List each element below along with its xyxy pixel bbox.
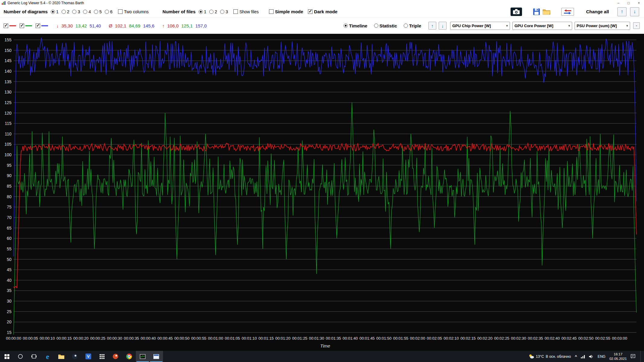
dark-mode-checkbox[interactable]: Dark mode bbox=[308, 9, 338, 14]
show-desktop-button[interactable] bbox=[640, 351, 642, 362]
y-axis-label: 150 bbox=[5, 48, 12, 53]
save-file-button[interactable] bbox=[533, 8, 540, 15]
series-2-checkbox-box[interactable] bbox=[20, 24, 24, 28]
collapse-button[interactable]: - bbox=[633, 22, 640, 29]
diagram-count-option-6-radio[interactable] bbox=[105, 10, 109, 14]
file-explorer-icon bbox=[58, 354, 64, 359]
change-all-down-button[interactable]: ↓ bbox=[630, 7, 639, 16]
file-count-option-3-radio[interactable] bbox=[220, 10, 224, 14]
file-count-option-1[interactable]: 1 bbox=[199, 9, 207, 14]
app-grid-button[interactable] bbox=[95, 351, 109, 362]
open-file-button[interactable] bbox=[543, 8, 550, 15]
diagram-count-option-6[interactable]: 6 bbox=[105, 9, 113, 14]
file-count-option-2[interactable]: 2 bbox=[209, 9, 217, 14]
series-3-toggle[interactable] bbox=[36, 24, 48, 28]
series-1-color-swatch bbox=[9, 25, 16, 26]
view-mode-triple[interactable]: Triple bbox=[404, 23, 421, 28]
floppy-disk-icon bbox=[533, 8, 540, 15]
camera-capture-button[interactable] bbox=[511, 8, 522, 16]
app-dark-circle-button[interactable] bbox=[68, 351, 82, 362]
view-mode-timeline[interactable]: Timeline bbox=[344, 23, 367, 28]
diagram-count-option-1-label: 1 bbox=[56, 9, 59, 14]
y-axis-label: 50 bbox=[7, 257, 11, 262]
diagram-count-option-2-radio[interactable] bbox=[62, 10, 66, 14]
x-axis-label: 00:02:25 bbox=[494, 336, 509, 341]
x-axis-label: 00:01:15 bbox=[258, 336, 274, 341]
log-viewer-window-button[interactable] bbox=[136, 351, 149, 362]
series-1-checkbox-box[interactable] bbox=[4, 24, 8, 28]
view-mode-timeline-label: Timeline bbox=[349, 23, 367, 28]
secondary-window-button[interactable] bbox=[149, 351, 163, 362]
chart-toolbar: ↓35,3013,4251,40Ø102,184,69145,6↑106,012… bbox=[0, 17, 644, 34]
maximize-button[interactable]: □ bbox=[623, 0, 634, 6]
diagram-count-option-4[interactable]: 4 bbox=[83, 9, 91, 14]
stat-avg-group: Ø102,184,69145,6 bbox=[109, 23, 154, 28]
stat-avg-value-3: 145,6 bbox=[143, 23, 155, 28]
x-axis-label: 00:02:45 bbox=[561, 336, 577, 341]
timeline-chart[interactable]: 1520253035404550556065707580859095100105… bbox=[0, 34, 644, 351]
number-of-files-label: Number of files bbox=[162, 9, 195, 14]
y-axis-label: 125 bbox=[5, 100, 12, 105]
show-files-checkbox-box[interactable] bbox=[233, 9, 238, 14]
view-mode-timeline-radio[interactable] bbox=[344, 24, 348, 28]
series-2-toggle[interactable] bbox=[20, 24, 32, 28]
series-1-toggle[interactable] bbox=[4, 24, 16, 28]
x-axis-label: 00:01:40 bbox=[343, 336, 358, 341]
task-view-icon bbox=[31, 354, 37, 359]
minimize-button[interactable]: – bbox=[613, 0, 623, 6]
window-title: Generic Log Viewer 5.4 - © 2020 Thomas B… bbox=[8, 1, 84, 5]
app-orange-circle-button[interactable] bbox=[109, 351, 122, 362]
channel-selector-2[interactable]: GPU Core Power [W]▾ bbox=[512, 22, 572, 30]
network-icon[interactable] bbox=[581, 355, 585, 358]
dark-mode-checkbox-box[interactable] bbox=[308, 9, 312, 14]
weather-widget[interactable]: 13°C В осн. облачно bbox=[529, 354, 571, 359]
volume-icon[interactable] bbox=[589, 355, 594, 358]
number-of-diagrams-label: Number of diagrams bbox=[4, 9, 48, 14]
diagram-count-option-1[interactable]: 1 bbox=[51, 9, 59, 14]
move-series-down-button[interactable]: ↓ bbox=[439, 22, 447, 30]
secondary-window-icon bbox=[153, 354, 159, 359]
channel-selector-1[interactable]: GPU Chip Power [W]▾ bbox=[450, 22, 510, 30]
app-v-tile-button[interactable]: V bbox=[82, 351, 95, 362]
x-axis-label: 00:01:20 bbox=[275, 336, 291, 341]
view-mode-statistic[interactable]: Statistic bbox=[374, 23, 397, 28]
simple-mode-checkbox-box[interactable] bbox=[269, 9, 274, 14]
file-count-option-2-radio[interactable] bbox=[209, 10, 213, 14]
gridlines bbox=[14, 40, 636, 332]
edge-browser-button[interactable]: e bbox=[41, 351, 54, 362]
diagram-count-option-5-radio[interactable] bbox=[94, 10, 98, 14]
main-toolbar: Number of diagrams 123456 Two columns Nu… bbox=[0, 6, 644, 17]
close-button[interactable]: × bbox=[634, 0, 644, 6]
file-explorer-button[interactable] bbox=[54, 351, 68, 362]
action-center-icon[interactable] bbox=[631, 354, 635, 359]
file-count-option-1-radio[interactable] bbox=[199, 10, 203, 14]
series-3-checkbox-box[interactable] bbox=[36, 24, 40, 28]
diagram-count-option-4-label: 4 bbox=[88, 9, 91, 14]
start-button[interactable] bbox=[0, 351, 14, 362]
two-columns-checkbox-box[interactable] bbox=[118, 9, 123, 14]
task-view-button[interactable] bbox=[27, 351, 41, 362]
show-files-checkbox[interactable]: Show files bbox=[233, 9, 259, 14]
diagram-count-option-3[interactable]: 3 bbox=[72, 9, 80, 14]
chevron-down-icon: ▾ bbox=[506, 24, 508, 28]
channel-selector-3[interactable]: PSU Power (sum) [W]▾ bbox=[575, 22, 630, 30]
language-indicator[interactable]: ENG bbox=[598, 354, 605, 359]
view-mode-triple-radio[interactable] bbox=[404, 24, 408, 28]
clock-widget[interactable]: 16:17 02.05.2021 bbox=[609, 352, 627, 361]
diagram-count-option-4-radio[interactable] bbox=[83, 10, 87, 14]
change-all-up-button[interactable]: ↑ bbox=[617, 7, 626, 16]
diagram-count-option-5[interactable]: 5 bbox=[94, 9, 102, 14]
two-columns-checkbox[interactable]: Two columns bbox=[118, 9, 149, 14]
chrome-browser-button[interactable] bbox=[122, 351, 136, 362]
move-series-up-button[interactable]: ↑ bbox=[428, 22, 436, 30]
simple-mode-checkbox[interactable]: Simple mode bbox=[269, 9, 303, 14]
refresh-files-button[interactable] bbox=[561, 8, 574, 16]
hidden-icons-chevron[interactable]: ^ bbox=[575, 354, 577, 359]
x-axis-label: 00:00:20 bbox=[73, 336, 89, 341]
diagram-count-option-3-radio[interactable] bbox=[72, 10, 76, 14]
diagram-count-option-2[interactable]: 2 bbox=[62, 9, 69, 14]
file-count-option-3[interactable]: 3 bbox=[220, 9, 228, 14]
search-button[interactable] bbox=[14, 351, 27, 362]
diagram-count-option-1-radio[interactable] bbox=[51, 10, 55, 14]
view-mode-statistic-radio[interactable] bbox=[374, 24, 378, 28]
